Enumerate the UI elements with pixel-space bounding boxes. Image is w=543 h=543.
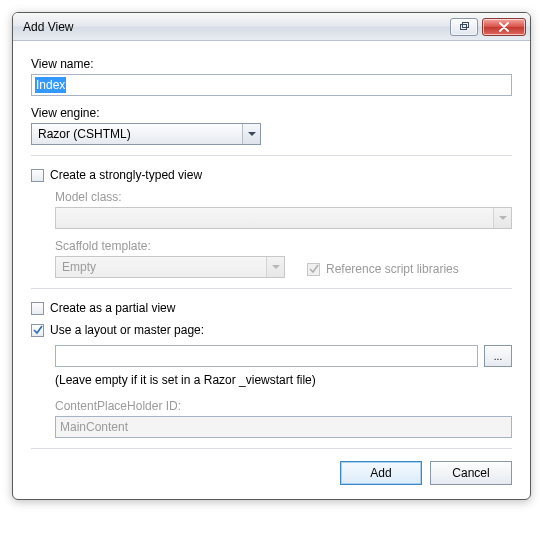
chevron-down-icon	[266, 257, 284, 277]
ref-script-checkbox	[307, 263, 320, 276]
window-buttons	[450, 18, 526, 36]
view-engine-group: View engine: Razor (CSHTML)	[31, 106, 512, 145]
layout-hint: (Leave empty if it is set in a Razor _vi…	[55, 373, 512, 387]
model-class-combo	[55, 207, 512, 229]
chevron-down-icon	[493, 208, 511, 228]
use-layout-label: Use a layout or master page:	[50, 323, 204, 337]
layout-panel: ... (Leave empty if it is set in a Razor…	[55, 345, 512, 438]
window-title: Add View	[23, 20, 450, 34]
model-class-label: Model class:	[55, 190, 512, 204]
layout-path-input[interactable]	[55, 345, 478, 367]
view-engine-label: View engine:	[31, 106, 512, 120]
scaffold-combo: Empty	[55, 256, 285, 278]
placeholder-input	[55, 416, 512, 438]
partial-view-row: Create as a partial view	[31, 301, 512, 315]
use-layout-row: Use a layout or master page:	[31, 323, 512, 337]
cancel-label: Cancel	[452, 466, 489, 480]
minimize-button[interactable]	[450, 18, 478, 36]
partial-view-checkbox[interactable]	[31, 302, 44, 315]
partial-view-label: Create as a partial view	[50, 301, 175, 315]
browse-button[interactable]: ...	[484, 345, 512, 367]
strongly-typed-checkbox[interactable]	[31, 169, 44, 182]
strongly-typed-panel: Model class: Scaffold template: Empty	[55, 190, 512, 278]
strongly-typed-row: Create a strongly-typed view	[31, 168, 512, 182]
scaffold-group: Scaffold template: Empty	[55, 239, 285, 278]
view-engine-combo[interactable]: Razor (CSHTML)	[31, 123, 261, 145]
cancel-button[interactable]: Cancel	[430, 461, 512, 485]
model-class-group: Model class:	[55, 190, 512, 229]
close-button[interactable]	[482, 18, 526, 36]
scaffold-value: Empty	[62, 260, 96, 274]
dialog-content: View name: Index View engine: Razor (CSH…	[13, 41, 530, 499]
scaffold-row: Scaffold template: Empty Reference scrip…	[55, 239, 512, 278]
view-name-group: View name: Index	[31, 57, 512, 96]
add-label: Add	[370, 466, 391, 480]
view-name-input-wrap: Index	[31, 74, 512, 96]
view-engine-value: Razor (CSHTML)	[38, 127, 131, 141]
titlebar: Add View	[13, 13, 530, 41]
scaffold-label: Scaffold template:	[55, 239, 285, 253]
strongly-typed-label: Create a strongly-typed view	[50, 168, 202, 182]
window-restore-icon	[458, 22, 470, 32]
separator	[31, 288, 512, 289]
use-layout-checkbox[interactable]	[31, 324, 44, 337]
separator	[31, 155, 512, 156]
layout-path-row: ...	[55, 345, 512, 367]
view-name-input[interactable]	[31, 74, 512, 96]
ref-script-row: Reference script libraries	[307, 262, 459, 276]
placeholder-group: ContentPlaceHolder ID:	[55, 399, 512, 438]
close-icon	[498, 22, 510, 32]
dialog-footer: Add Cancel	[31, 461, 512, 485]
ref-script-label: Reference script libraries	[326, 262, 459, 276]
chevron-down-icon	[242, 124, 260, 144]
separator	[31, 448, 512, 449]
view-name-label: View name:	[31, 57, 512, 71]
add-button[interactable]: Add	[340, 461, 422, 485]
dialog-window: Add View View name: Index View engine: R…	[12, 12, 531, 500]
placeholder-label: ContentPlaceHolder ID:	[55, 399, 512, 413]
browse-label: ...	[494, 351, 502, 362]
